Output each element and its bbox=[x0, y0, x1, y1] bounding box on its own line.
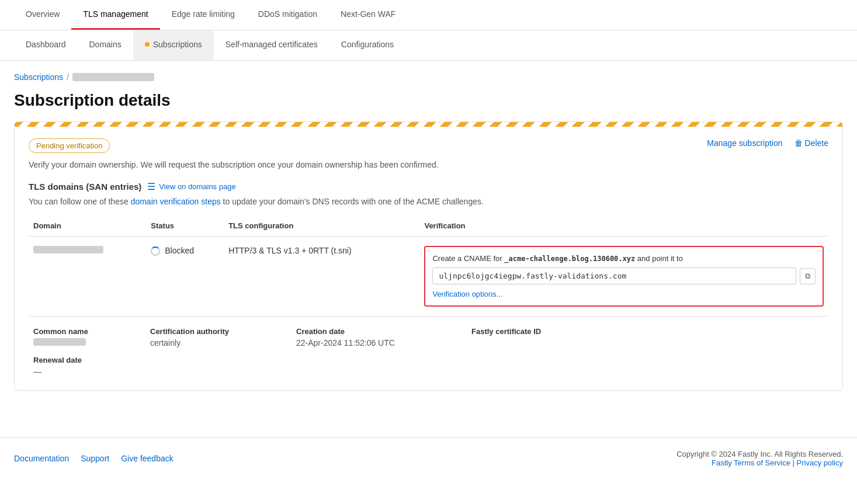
breadcrumb-subscriptions-link[interactable]: Subscriptions bbox=[14, 72, 63, 82]
info-grid: Common name Certification authority cert… bbox=[29, 321, 828, 353]
card-header-row: Pending verification Verify your domain … bbox=[29, 138, 828, 181]
creation-date-cell: Creation date 22-Apr-2024 11:52:06 UTC bbox=[292, 321, 467, 353]
view-on-domains-link[interactable]: ☰ View on domains page bbox=[147, 181, 235, 192]
card-body: Pending verification Verify your domain … bbox=[15, 127, 842, 390]
cell-domain bbox=[29, 237, 146, 317]
cert-authority-value: certainly bbox=[150, 338, 287, 347]
cell-verification: Create a CNAME for _acme-challenge.blog.… bbox=[419, 237, 828, 317]
manage-subscription-link[interactable]: Manage subscription bbox=[707, 138, 782, 148]
footer-right: Copyright © 2024 Fastly Inc. All Rights … bbox=[676, 450, 843, 467]
second-navigation: Dashboard Domains Subscriptions Self-man… bbox=[0, 30, 857, 61]
nav-item-subscriptions[interactable]: Subscriptions bbox=[133, 30, 214, 60]
domain-steps-text: You can follow one of these domain verif… bbox=[29, 197, 828, 206]
column-domain: Domain bbox=[29, 215, 146, 237]
nav-item-next-gen-waf[interactable]: Next-Gen WAF bbox=[329, 0, 407, 30]
table-row: Blocked HTTP/3 & TLS v1.3 + 0RTT (t.sni)… bbox=[29, 237, 828, 317]
renewal-date-row: Renewal date — bbox=[29, 353, 828, 378]
common-name-cell: Common name bbox=[29, 321, 145, 353]
column-status: Status bbox=[146, 215, 224, 237]
support-link[interactable]: Support bbox=[81, 454, 109, 463]
cname-host: _acme-challenge.blog.130600.xyz bbox=[504, 255, 635, 263]
nav-item-self-managed-certs[interactable]: Self-managed certificates bbox=[214, 30, 329, 60]
delete-link[interactable]: 🗑 Delete bbox=[794, 138, 828, 148]
cname-value-input[interactable] bbox=[432, 267, 796, 284]
verification-input-row: ⧉ bbox=[432, 267, 816, 284]
documentation-link[interactable]: Documentation bbox=[14, 454, 69, 463]
nav-item-edge-rate-limiting[interactable]: Edge rate limiting bbox=[160, 0, 247, 30]
status-badge: Pending verification bbox=[29, 138, 110, 153]
tls-domains-section-title: TLS domains (SAN entries) ☰ View on doma… bbox=[29, 181, 828, 192]
verification-description: Verify your domain ownership. We will re… bbox=[29, 160, 439, 169]
footer-legal-links: Fastly Terms of Service | Privacy policy bbox=[676, 458, 843, 467]
give-feedback-link[interactable]: Give feedback bbox=[121, 454, 174, 463]
common-name-placeholder bbox=[33, 338, 86, 346]
fastly-cert-id-cell: Fastly certificate ID bbox=[467, 321, 828, 353]
nav-item-overview[interactable]: Overview bbox=[14, 0, 71, 30]
privacy-policy-link[interactable]: Privacy policy bbox=[797, 458, 843, 467]
cell-status: Blocked bbox=[146, 237, 224, 317]
nav-item-dashboard[interactable]: Dashboard bbox=[14, 30, 78, 60]
terms-of-service-link[interactable]: Fastly Terms of Service bbox=[712, 458, 790, 467]
verification-options-link[interactable]: Verification options... bbox=[432, 290, 502, 298]
breadcrumb-separator: / bbox=[67, 72, 69, 82]
footer-links: Documentation Support Give feedback bbox=[14, 454, 174, 463]
column-verification: Verification bbox=[419, 215, 828, 237]
copyright-text: Copyright © 2024 Fastly Inc. All Rights … bbox=[676, 450, 843, 458]
verification-box: Create a CNAME for _acme-challenge.blog.… bbox=[424, 246, 824, 307]
loading-spinner-icon bbox=[151, 246, 160, 256]
creation-date-value: 22-Apr-2024 11:52:06 UTC bbox=[296, 338, 462, 347]
cert-authority-cell: Certification authority certainly bbox=[145, 321, 292, 353]
domains-table: Domain Status TLS configuration Verifica… bbox=[29, 215, 828, 317]
list-icon: ☰ bbox=[147, 181, 155, 192]
cname-description: Create a CNAME for _acme-challenge.blog.… bbox=[432, 254, 816, 263]
subscriptions-dot-icon bbox=[145, 42, 150, 47]
footer: Documentation Support Give feedback Copy… bbox=[0, 437, 857, 479]
card-stripe bbox=[15, 122, 842, 127]
renewal-date-value: — bbox=[33, 367, 824, 376]
subscription-card: Pending verification Verify your domain … bbox=[14, 121, 843, 391]
common-name-value bbox=[33, 338, 141, 347]
domain-placeholder bbox=[33, 246, 103, 253]
page-title: Subscription details bbox=[14, 91, 843, 110]
renewal-date-label: Renewal date bbox=[33, 356, 824, 364]
copy-button[interactable]: ⧉ bbox=[800, 268, 816, 284]
breadcrumb: Subscriptions / bbox=[14, 72, 843, 82]
fastly-cert-id-label: Fastly certificate ID bbox=[471, 327, 824, 336]
trash-icon: 🗑 bbox=[794, 138, 803, 148]
column-tls-config: TLS configuration bbox=[224, 215, 419, 237]
cell-tls-config: HTTP/3 & TLS v1.3 + 0RTT (t.sni) bbox=[224, 237, 419, 317]
footer-separator: | bbox=[793, 458, 797, 467]
nav-item-configurations[interactable]: Configurations bbox=[329, 30, 405, 60]
top-navigation: Overview TLS management Edge rate limiti… bbox=[0, 0, 857, 30]
nav-item-domains[interactable]: Domains bbox=[78, 30, 133, 60]
card-header-actions: Manage subscription 🗑 Delete bbox=[707, 138, 828, 148]
card-left: Pending verification Verify your domain … bbox=[29, 138, 439, 181]
cert-authority-label: Certification authority bbox=[150, 327, 287, 336]
creation-date-label: Creation date bbox=[296, 327, 462, 336]
common-name-label: Common name bbox=[33, 327, 141, 336]
main-content: Subscriptions / Subscription details Pen… bbox=[0, 61, 857, 402]
nav-item-tls-management[interactable]: TLS management bbox=[71, 0, 159, 30]
nav-item-ddos-mitigation[interactable]: DDoS mitigation bbox=[247, 0, 329, 30]
domain-verification-steps-link[interactable]: domain verification steps bbox=[131, 197, 221, 206]
breadcrumb-current-placeholder bbox=[72, 73, 154, 81]
